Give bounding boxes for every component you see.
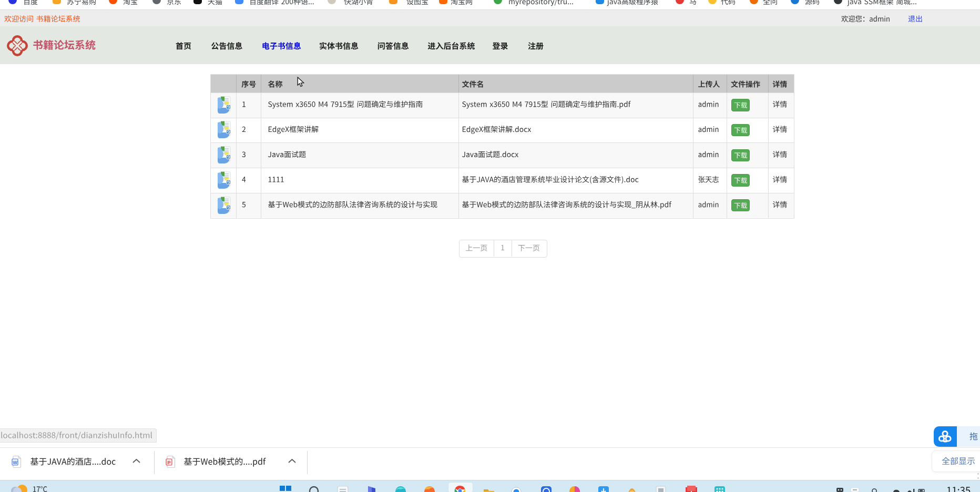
svg-text:W: W xyxy=(13,460,17,465)
svg-text:P: P xyxy=(167,460,170,465)
